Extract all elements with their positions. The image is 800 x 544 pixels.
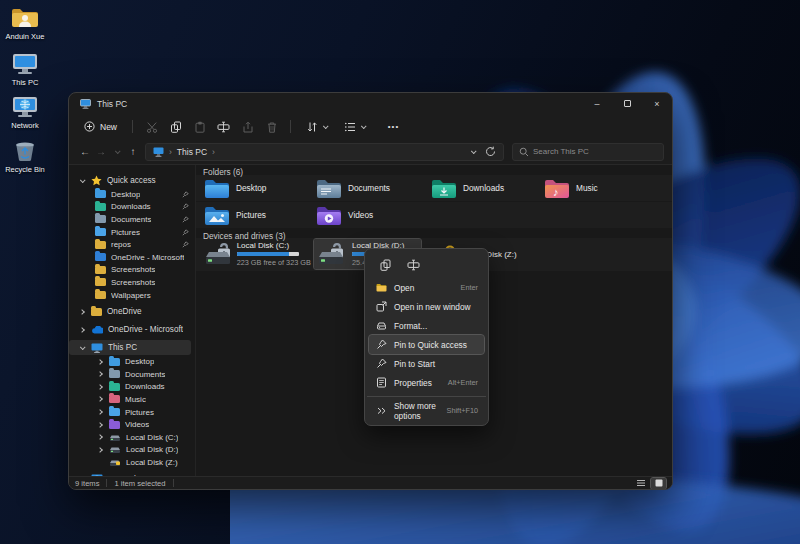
sort-button[interactable]	[299, 117, 334, 136]
desktop-icon-network[interactable]: Network	[2, 95, 48, 130]
share-button[interactable]	[237, 117, 258, 136]
sidebar-item-screenshots-2[interactable]: Screenshots	[69, 276, 195, 289]
menu-item-show-more-options[interactable]: Show more options Shift+F10	[369, 401, 484, 420]
folder-icon	[95, 278, 106, 286]
breadcrumb[interactable]: › This PC ›	[145, 143, 504, 161]
chevron-collapsed-icon[interactable]	[79, 309, 85, 315]
breadcrumb-item[interactable]: This PC	[177, 147, 207, 157]
chevron-collapsed-icon[interactable]	[97, 397, 103, 403]
delete-button[interactable]	[261, 117, 282, 136]
sidebar-item-this-pc[interactable]: This PC	[69, 340, 191, 355]
open-new-window-icon	[376, 301, 387, 312]
chevron-expanded-icon[interactable]	[79, 177, 85, 183]
documents-folder-icon	[316, 178, 342, 199]
folder-icon	[95, 266, 106, 274]
sidebar-item-onedrive-microsoft-folder[interactable]: OneDrive - Microsoft	[69, 251, 195, 264]
large-icons-view-button[interactable]	[651, 478, 666, 489]
menu-item-open-in-new-window[interactable]: Open in new window	[369, 297, 484, 316]
pin-icon	[182, 216, 189, 223]
more-options-button[interactable]: •••	[383, 117, 404, 136]
drive-tile-c[interactable]: Local Disk (C:) 223 GB free of 323 GB	[201, 239, 308, 269]
monitor-icon	[11, 52, 39, 76]
rename-button[interactable]	[403, 256, 423, 273]
close-button[interactable]: ×	[642, 93, 672, 114]
sidebar-item-thispc-music[interactable]: Music	[69, 393, 195, 406]
sidebar-item-thispc-pictures[interactable]: Pictures	[69, 406, 195, 419]
search-box[interactable]	[512, 143, 664, 161]
sort-icon	[306, 121, 318, 133]
chevron-expanded-icon[interactable]	[79, 344, 85, 350]
open-folder-icon	[376, 283, 387, 292]
folder-tile-downloads[interactable]: Downloads	[431, 176, 537, 200]
chevron-collapsed-icon[interactable]	[79, 327, 85, 333]
chevron-collapsed-icon[interactable]	[97, 434, 103, 440]
up-icon: ↑	[131, 146, 136, 157]
folder-tile-documents[interactable]: Documents	[316, 176, 422, 200]
desktop-icon-label: Anduin Xue	[2, 32, 48, 41]
folder-tile-videos[interactable]: Videos	[316, 203, 422, 227]
forward-button[interactable]: →	[93, 144, 109, 160]
desktop-icon-this-pc[interactable]: This PC	[2, 52, 48, 87]
sidebar-item-onedrive[interactable]: OneDrive	[69, 304, 195, 319]
sidebar-item-local-disk-z[interactable]: Local Disk (Z:)	[69, 456, 195, 469]
up-button[interactable]: ↑	[125, 144, 141, 160]
this-pc-icon	[80, 99, 91, 109]
cut-icon	[146, 121, 158, 133]
paste-button[interactable]	[189, 117, 210, 136]
sidebar-item-onedrive-microsoft[interactable]: OneDrive - Microsoft	[69, 322, 195, 337]
chevron-collapsed-icon[interactable]	[97, 422, 103, 428]
sidebar-item-screenshots[interactable]: Screenshots	[69, 264, 195, 277]
minimize-button[interactable]: –	[582, 93, 612, 114]
maximize-button[interactable]	[612, 93, 642, 114]
chevron-collapsed-icon[interactable]	[97, 447, 103, 453]
sidebar-item-local-disk-d[interactable]: Local Disk (D:)	[69, 444, 195, 457]
address-dropdown-icon[interactable]	[471, 148, 477, 154]
sidebar-item-quick-access[interactable]: Quick access	[69, 173, 195, 188]
rename-icon	[217, 121, 230, 133]
desktop-icon-user-folder[interactable]: Anduin Xue	[2, 6, 48, 41]
sidebar-item-local-disk-c[interactable]: Local Disk (C:)	[69, 431, 195, 444]
sidebar-item-thispc-videos[interactable]: Videos	[69, 418, 195, 431]
details-view-button[interactable]	[633, 478, 648, 489]
drive-locked-icon	[109, 458, 121, 467]
copy-icon	[380, 259, 391, 271]
folder-tile-desktop[interactable]: Desktop	[204, 176, 310, 200]
window-title: This PC	[97, 99, 127, 109]
new-button[interactable]: New	[77, 117, 124, 136]
recent-locations-button[interactable]	[109, 144, 125, 160]
chevron-collapsed-icon[interactable]	[97, 384, 103, 390]
rename-button[interactable]	[213, 117, 234, 136]
sidebar-item-pictures[interactable]: Pictures	[69, 226, 195, 239]
sidebar-item-documents[interactable]: Documents	[69, 213, 195, 226]
sidebar-item-desktop[interactable]: Desktop	[69, 188, 195, 201]
sidebar-item-repos[interactable]: repos	[69, 238, 195, 251]
sidebar-item-wallpapers[interactable]: Wallpapers	[69, 289, 195, 302]
copy-button[interactable]	[375, 256, 395, 273]
sidebar-item-downloads[interactable]: Downloads	[69, 201, 195, 214]
onedrive-folder-icon	[95, 253, 106, 261]
folder-tile-pictures[interactable]: Pictures	[204, 203, 310, 227]
sidebar-item-thispc-desktop[interactable]: Desktop	[69, 355, 195, 368]
sidebar-item-thispc-downloads[interactable]: Downloads	[69, 381, 195, 394]
format-drive-icon	[376, 320, 387, 331]
back-button[interactable]: ←	[77, 144, 93, 160]
copy-button[interactable]	[165, 117, 186, 136]
chevron-collapsed-icon[interactable]	[97, 409, 103, 415]
onedrive-cloud-icon	[91, 326, 103, 334]
view-button[interactable]	[337, 117, 372, 136]
menu-item-format[interactable]: Format...	[369, 316, 484, 335]
file-explorer-window: This PC – × New	[68, 92, 673, 490]
folder-tile-music[interactable]: ♪ Music	[544, 176, 650, 200]
chevron-collapsed-icon[interactable]	[97, 359, 103, 365]
sidebar-item-thispc-documents[interactable]: Documents	[69, 368, 195, 381]
refresh-icon[interactable]	[485, 146, 496, 157]
menu-item-pin-to-quick-access[interactable]: Pin to Quick access	[369, 335, 484, 354]
menu-item-pin-to-start[interactable]: Pin to Start	[369, 354, 484, 373]
cut-button[interactable]	[141, 117, 162, 136]
menu-item-open[interactable]: Open Enter	[369, 278, 484, 297]
search-input[interactable]	[533, 147, 657, 156]
menu-item-properties[interactable]: Properties Alt+Enter	[369, 373, 484, 392]
user-folder-icon	[11, 6, 39, 30]
desktop-icon-recycle-bin[interactable]: Recycle Bin	[2, 139, 48, 174]
chevron-collapsed-icon[interactable]	[97, 371, 103, 377]
